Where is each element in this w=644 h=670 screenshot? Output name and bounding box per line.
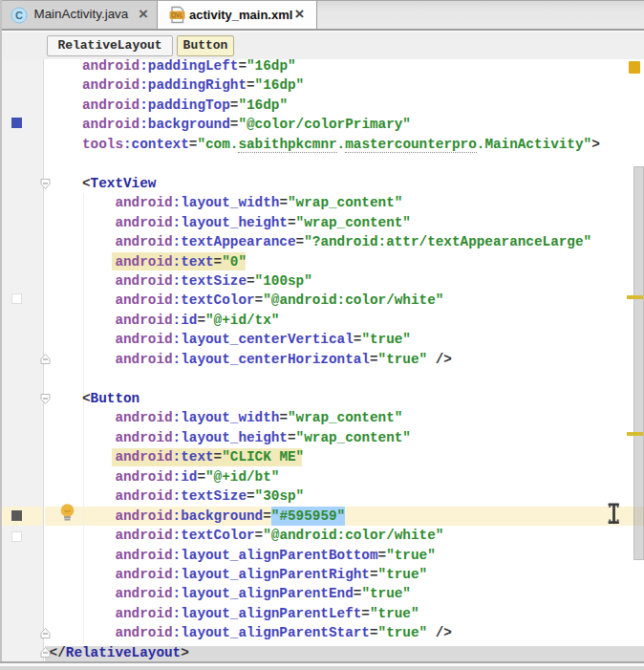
- svg-text:C: C: [15, 10, 23, 21]
